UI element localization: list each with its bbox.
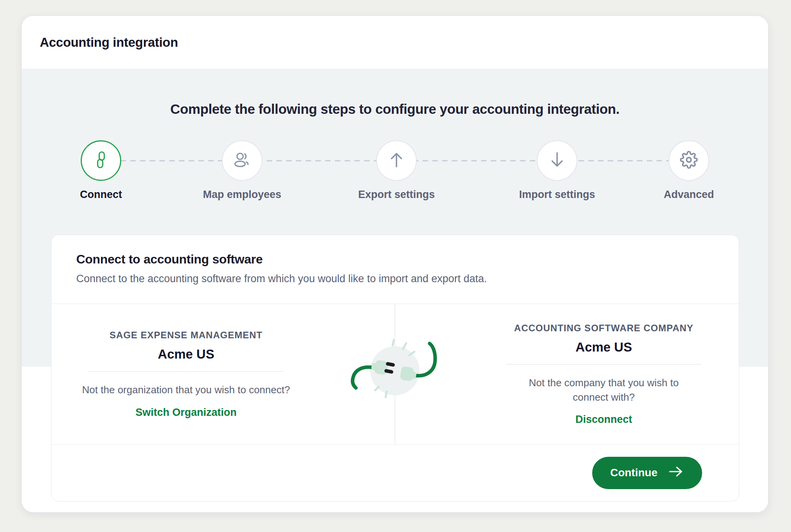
organization-name: Acme US (158, 347, 214, 362)
step-export-settings[interactable]: Export settings (332, 140, 461, 201)
company-name: Acme US (575, 340, 632, 355)
connect-card: Connect to accounting software Connect t… (51, 235, 739, 502)
step-label: Connect (80, 189, 122, 201)
card-subtitle: Connect to the accounting software from … (76, 273, 714, 285)
disconnect-link[interactable]: Disconnect (575, 414, 632, 426)
column-question: Not the organization that you wish to co… (82, 383, 290, 397)
connect-card-header: Connect to accounting software Connect t… (51, 235, 739, 304)
step-advanced-circle[interactable] (669, 140, 709, 181)
step-connect-circle[interactable] (81, 140, 121, 181)
gear-icon (680, 151, 698, 170)
column-rule (506, 364, 701, 365)
step-label: Import settings (519, 189, 595, 201)
step-import-settings-circle[interactable] (537, 140, 577, 181)
link-icon (92, 151, 110, 170)
main-content: Complete the following steps to configur… (22, 69, 768, 513)
step-connect[interactable]: Connect (37, 140, 165, 201)
connection-columns: SAGE EXPENSE MANAGEMENT Acme US Not the … (51, 304, 739, 444)
accounting-integration-window: Accounting integration Complete the foll… (21, 16, 768, 513)
card-title: Connect to accounting software (76, 252, 714, 267)
stepper: Connect Map employees (22, 140, 768, 206)
users-icon (233, 152, 251, 170)
continue-button[interactable]: Continue (592, 457, 702, 489)
intro-heading: Complete the following steps to configur… (22, 69, 768, 117)
switch-organization-link[interactable]: Switch Organization (135, 407, 237, 419)
app-header: Accounting integration (22, 16, 768, 69)
column-rule (88, 371, 283, 372)
step-label: Map employees (203, 189, 281, 201)
arrow-up-icon (389, 151, 404, 170)
page-title: Accounting integration (40, 35, 178, 50)
arrow-right-icon (668, 466, 684, 480)
continue-button-label: Continue (610, 467, 657, 479)
step-label: Advanced (664, 189, 714, 201)
step-advanced[interactable]: Advanced (625, 140, 753, 201)
step-map-employees[interactable]: Map employees (178, 140, 306, 201)
column-eyebrow: SAGE EXPENSE MANAGEMENT (110, 330, 262, 341)
plug-connection-illustration (334, 328, 455, 415)
arrow-down-icon (550, 151, 564, 170)
step-map-employees-circle[interactable] (222, 140, 262, 181)
step-export-settings-circle[interactable] (376, 140, 417, 181)
column-eyebrow: ACCOUNTING SOFTWARE COMPANY (514, 323, 694, 334)
column-question: Not the company that you wish to connect… (510, 376, 697, 405)
step-import-settings[interactable]: Import settings (493, 140, 621, 201)
step-label: Export settings (358, 189, 435, 201)
card-footer: Continue (51, 444, 739, 501)
